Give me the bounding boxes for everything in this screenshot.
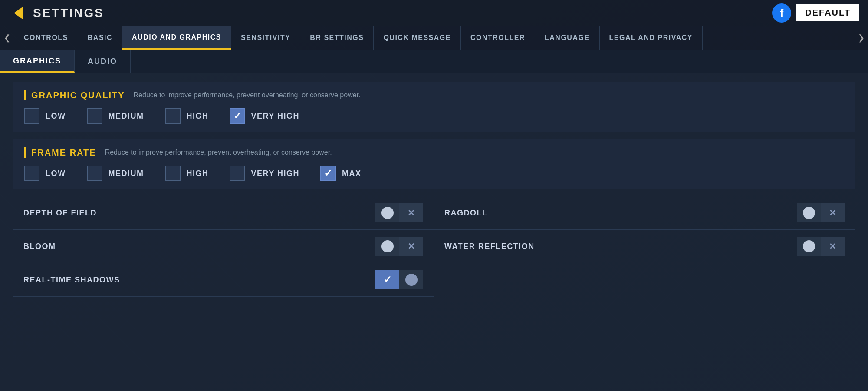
gq-label-medium: MEDIUM [108, 112, 144, 121]
header-right: f DEFAULT [772, 3, 859, 23]
toggle-real-time-shadows[interactable]: ✓ [375, 270, 423, 289]
toggle-off-bloom[interactable]: ✕ [399, 237, 423, 256]
toggle-label-water-reflection: WATER REFLECTION [444, 242, 535, 251]
toggle-circle-water-reflection [803, 240, 815, 252]
gq-label-very-high: VERY HIGH [251, 112, 300, 121]
gq-option-medium[interactable]: MEDIUM [87, 108, 144, 124]
fr-option-medium[interactable]: MEDIUM [87, 166, 144, 181]
graphic-quality-options: LOW MEDIUM HIGH VERY HIGH [24, 108, 844, 124]
header: SETTINGS f DEFAULT [0, 0, 868, 26]
toggle-circle-ragdoll [803, 207, 815, 219]
tab-controls[interactable]: CONTROLS [14, 26, 78, 50]
toggle-circle-real-time-shadows [405, 274, 418, 286]
tab-controller[interactable]: CONTROLLER [461, 26, 535, 50]
fr-label-low: LOW [46, 169, 66, 178]
toggle-water-reflection[interactable]: ✕ [797, 237, 845, 256]
tab-quick-message[interactable]: QUICK MESSAGE [374, 26, 461, 50]
toggle-row-water-reflection: WATER REFLECTION ✕ [434, 230, 855, 263]
toggle-off-ragdoll[interactable]: ✕ [821, 203, 845, 222]
tab-br-settings[interactable]: BR SETTINGS [300, 26, 374, 50]
gq-option-very-high[interactable]: VERY HIGH [230, 108, 300, 124]
fr-checkbox-medium[interactable] [87, 166, 102, 181]
fr-checkbox-very-high[interactable] [230, 166, 245, 181]
toggle-on-bloom[interactable] [375, 237, 399, 256]
section-accent-fr [24, 147, 26, 158]
toggle-grid: DEPTH OF FIELD ✕ RAGDOLL [13, 196, 855, 297]
toggle-label-bloom: BLOOM [23, 242, 56, 251]
graphic-quality-title: GRAPHIC QUALITY [31, 90, 125, 100]
gq-checkbox-very-high[interactable] [230, 108, 245, 124]
frame-rate-options: LOW MEDIUM HIGH VERY HIGH [24, 166, 844, 181]
fr-checkbox-max[interactable] [320, 166, 336, 181]
tab-legal-privacy[interactable]: LEGAL AND PRIVACY [600, 26, 703, 50]
fr-checkbox-low[interactable] [24, 166, 39, 181]
fr-label-very-high: VERY HIGH [251, 169, 300, 178]
sub-tabs: GRAPHICS AUDIO [0, 50, 868, 73]
toggle-on-water-reflection[interactable] [797, 237, 821, 256]
fr-label-high: HIGH [187, 169, 209, 178]
toggle-x-water-reflection: ✕ [829, 241, 836, 252]
frame-rate-title: FRAME RATE [31, 148, 96, 158]
gq-label-high: HIGH [187, 112, 209, 121]
nav-right-arrow[interactable]: ❯ [854, 26, 868, 50]
subtab-audio[interactable]: AUDIO [75, 50, 131, 73]
toggle-row-ragdoll: RAGDOLL ✕ [434, 196, 855, 230]
toggle-on-ragdoll[interactable] [797, 203, 821, 222]
gq-label-low: LOW [46, 112, 66, 121]
toggle-check-real-time-shadows: ✓ [384, 274, 391, 285]
facebook-button[interactable]: f [772, 3, 791, 23]
toggle-label-depth-of-field: DEPTH OF FIELD [23, 209, 97, 218]
tab-basic[interactable]: BASIC [78, 26, 122, 50]
toggle-label-ragdoll: RAGDOLL [444, 209, 488, 218]
fr-checkbox-high[interactable] [165, 166, 181, 181]
gq-checkbox-low[interactable] [24, 108, 39, 124]
gq-checkbox-medium[interactable] [87, 108, 102, 124]
toggle-row-bloom: BLOOM ✕ [13, 230, 434, 263]
toggle-x-bloom: ✕ [408, 241, 415, 252]
toggle-off-depth-of-field[interactable]: ✕ [399, 203, 423, 222]
top-navigation: ❮ CONTROLS BASIC AUDIO AND GRAPHICS SENS… [0, 26, 868, 50]
toggle-ragdoll[interactable]: ✕ [797, 203, 845, 222]
fr-option-max[interactable]: MAX [320, 166, 362, 181]
toggle-off-water-reflection[interactable]: ✕ [821, 237, 845, 256]
tab-sensitivity[interactable]: SENSITIVITY [231, 26, 300, 50]
fr-label-max: MAX [342, 169, 362, 178]
content-area: GRAPHICS AUDIO GRAPHIC QUALITY Reduce to… [0, 50, 868, 391]
back-icon [14, 7, 23, 19]
toggle-x-ragdoll: ✕ [829, 208, 836, 218]
settings-body: GRAPHIC QUALITY Reduce to improve perfor… [0, 73, 868, 305]
fr-option-low[interactable]: LOW [24, 166, 66, 181]
toggle-off-real-time-shadows[interactable] [399, 270, 423, 289]
page-title: SETTINGS [33, 6, 104, 20]
fr-label-medium: MEDIUM [108, 169, 144, 178]
toggle-row-depth-of-field: DEPTH OF FIELD ✕ [13, 196, 434, 230]
toggle-bloom[interactable]: ✕ [375, 237, 423, 256]
graphic-quality-section: GRAPHIC QUALITY Reduce to improve perfor… [13, 82, 855, 132]
settings-container: SETTINGS f DEFAULT ❮ CONTROLS BASIC AUDI… [0, 0, 868, 391]
toggle-depth-of-field[interactable]: ✕ [375, 203, 423, 222]
toggle-row-real-time-shadows: REAL-TIME SHADOWS ✓ [13, 263, 434, 297]
fr-option-high[interactable]: HIGH [165, 166, 209, 181]
toggle-circle-depth-of-field [381, 207, 394, 219]
frame-rate-section: FRAME RATE Reduce to improve performance… [13, 139, 855, 189]
default-button[interactable]: DEFAULT [796, 4, 859, 21]
fr-option-very-high[interactable]: VERY HIGH [230, 166, 300, 181]
gq-checkbox-high[interactable] [165, 108, 181, 124]
graphic-quality-header: GRAPHIC QUALITY Reduce to improve perfor… [24, 90, 844, 100]
toggle-on-depth-of-field[interactable] [375, 203, 399, 222]
tab-audio-graphics[interactable]: AUDIO AND GRAPHICS [122, 26, 231, 50]
frame-rate-desc: Reduce to improve performance, prevent o… [105, 149, 332, 156]
gq-option-high[interactable]: HIGH [165, 108, 209, 124]
nav-tabs: CONTROLS BASIC AUDIO AND GRAPHICS SENSIT… [14, 26, 854, 50]
back-button[interactable] [9, 3, 28, 23]
tab-language[interactable]: LANGUAGE [535, 26, 600, 50]
nav-left-arrow[interactable]: ❮ [0, 26, 14, 50]
toggle-on-real-time-shadows[interactable]: ✓ [375, 270, 399, 289]
section-accent [24, 90, 26, 100]
subtab-graphics[interactable]: GRAPHICS [0, 50, 75, 73]
gq-option-low[interactable]: LOW [24, 108, 66, 124]
toggle-label-real-time-shadows: REAL-TIME SHADOWS [23, 275, 120, 285]
toggle-x-depth-of-field: ✕ [408, 208, 415, 218]
toggle-circle-bloom [381, 240, 394, 252]
frame-rate-header: FRAME RATE Reduce to improve performance… [24, 147, 844, 158]
